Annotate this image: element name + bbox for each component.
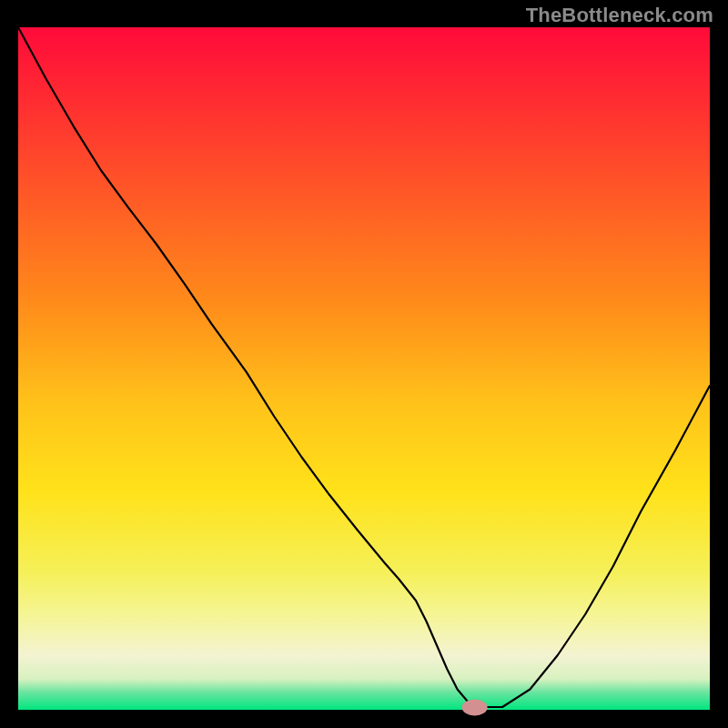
- plot-background: [18, 27, 710, 710]
- bottleneck-chart: [0, 0, 728, 728]
- branding-link[interactable]: TheBottleneck.com: [526, 4, 713, 27]
- optimal-marker: [462, 699, 488, 715]
